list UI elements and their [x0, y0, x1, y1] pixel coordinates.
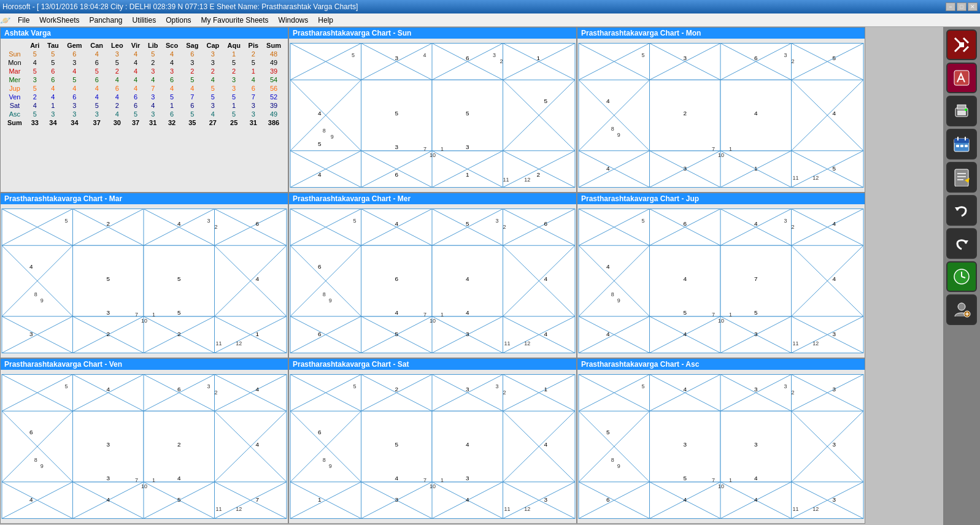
svg-text:4: 4 [606, 331, 610, 337]
svg-text:2: 2 [503, 389, 506, 396]
svg-text:3: 3 [754, 441, 758, 448]
chart-jup-svg: 6 4 4 5 32 4 4 7 4 4 4 3 3 89 7101 1112 [577, 204, 865, 358]
table-row-mer: Mer36564446543454 [3, 75, 285, 84]
menu-worksheets[interactable]: WorkSheets [34, 15, 84, 26]
svg-text:4: 4 [106, 386, 110, 393]
chart-asc: Prastharashtakavarga Chart - Asc [577, 358, 865, 524]
chart-sun-svg: 3 6 1 5 4 32 4 5 5 5 5 6 1 2 4 89 7101 [289, 39, 576, 192]
svg-text:9: 9 [329, 297, 332, 304]
svg-text:1: 1 [466, 171, 469, 178]
svg-text:1: 1 [729, 146, 732, 152]
chart-sat-title: Prastharashtakavarga Chart - Sat [289, 359, 576, 370]
svg-text:5: 5 [642, 383, 645, 389]
menu-help[interactable]: Help [313, 15, 338, 26]
svg-text:10: 10 [430, 318, 436, 324]
svg-text:2: 2 [215, 389, 218, 396]
menu-utilities[interactable]: Utilities [128, 15, 161, 26]
svg-text:5: 5 [683, 475, 687, 481]
svg-text:7: 7 [423, 312, 426, 318]
svg-text:4: 4 [683, 275, 687, 282]
svg-text:4: 4 [606, 98, 610, 104]
menu-file[interactable]: File [13, 15, 34, 26]
calendar-button[interactable] [946, 129, 977, 159]
clock-button[interactable] [946, 261, 977, 292]
svg-text:1: 1 [318, 496, 322, 503]
contacts-button[interactable] [946, 294, 977, 325]
undo-button[interactable] [946, 195, 977, 226]
svg-marker-426 [963, 240, 968, 244]
svg-text:4: 4 [606, 165, 610, 172]
svg-text:8: 8 [611, 457, 614, 463]
chart-mar-svg: 2 4 6 5 32 4 5 5 4 3 2 2 1 89 7101 1112 [1, 204, 288, 358]
svg-text:4: 4 [423, 52, 426, 58]
svg-rect-420 [965, 145, 968, 147]
svg-text:3: 3 [493, 52, 496, 58]
svg-text:6: 6 [544, 220, 547, 227]
svg-text:11: 11 [793, 175, 799, 181]
svg-text:8: 8 [34, 291, 37, 297]
svg-text:7: 7 [712, 477, 715, 483]
svg-text:4: 4 [395, 475, 398, 481]
svg-rect-409 [954, 71, 969, 85]
forward-button[interactable] [946, 228, 977, 259]
chart-mon-title: Prastharashtakavarga Chart - Mon [577, 28, 865, 39]
svg-text:4: 4 [318, 110, 322, 117]
svg-text:5: 5 [606, 429, 610, 435]
svg-text:7: 7 [423, 146, 426, 152]
svg-text:12: 12 [524, 506, 530, 512]
svg-text:4: 4 [466, 496, 469, 503]
table-row-mar: Mar56452433222139 [3, 67, 285, 75]
menu-panchang[interactable]: Panchang [84, 15, 127, 26]
svg-text:5: 5 [832, 55, 836, 61]
svg-text:9: 9 [41, 463, 44, 469]
svg-text:5: 5 [106, 275, 110, 282]
svg-text:4: 4 [832, 275, 836, 282]
svg-text:3: 3 [395, 144, 398, 150]
ashtak-table: Ari Tau Gem Can Leo Vir Lib Sco Sag Cap … [3, 41, 285, 127]
edit-button[interactable] [946, 63, 977, 93]
minimize-button[interactable]: − [946, 2, 955, 11]
close-button[interactable]: ✕ [968, 2, 978, 11]
svg-text:2: 2 [395, 386, 398, 393]
svg-text:11: 11 [216, 506, 222, 512]
svg-text:3: 3 [832, 496, 836, 503]
notes-button[interactable] [946, 162, 977, 193]
menu-favourites[interactable]: My Favourite Sheets [196, 15, 274, 26]
svg-text:5: 5 [642, 218, 645, 224]
svg-text:9: 9 [617, 463, 620, 469]
svg-marker-425 [955, 207, 960, 211]
print-button[interactable] [946, 96, 977, 126]
svg-text:5: 5 [395, 331, 398, 337]
menu-options[interactable]: Options [161, 15, 196, 26]
svg-text:9: 9 [617, 132, 620, 138]
svg-text:2: 2 [177, 441, 181, 448]
svg-text:3: 3 [466, 475, 469, 481]
svg-rect-419 [960, 145, 963, 147]
svg-text:10: 10 [718, 483, 724, 489]
svg-text:6: 6 [466, 55, 469, 61]
svg-text:6: 6 [683, 220, 687, 227]
svg-text:1: 1 [729, 312, 732, 318]
svg-text:1: 1 [441, 477, 444, 483]
svg-text:6: 6 [754, 55, 758, 61]
svg-text:3: 3 [496, 218, 499, 224]
svg-point-413 [965, 109, 967, 111]
svg-text:10: 10 [430, 483, 436, 489]
maximize-button[interactable]: □ [957, 2, 966, 11]
calendar-icon [952, 135, 971, 153]
table-row-sat: Sat41352641631339 [3, 101, 285, 110]
svg-text:7: 7 [135, 477, 138, 483]
svg-text:8: 8 [323, 291, 326, 297]
svg-text:10: 10 [141, 483, 147, 489]
svg-text:5: 5 [177, 496, 181, 503]
notes-icon [952, 168, 971, 186]
svg-text:3: 3 [784, 52, 787, 58]
svg-text:2: 2 [503, 224, 506, 230]
svg-text:2: 2 [177, 331, 181, 337]
menu-windows[interactable]: Windows [274, 15, 314, 26]
svg-text:1: 1 [441, 146, 444, 152]
svg-text:3: 3 [466, 386, 469, 393]
svg-text:1: 1 [544, 386, 547, 393]
tools-button[interactable] [946, 29, 977, 60]
svg-text:1: 1 [754, 165, 758, 172]
